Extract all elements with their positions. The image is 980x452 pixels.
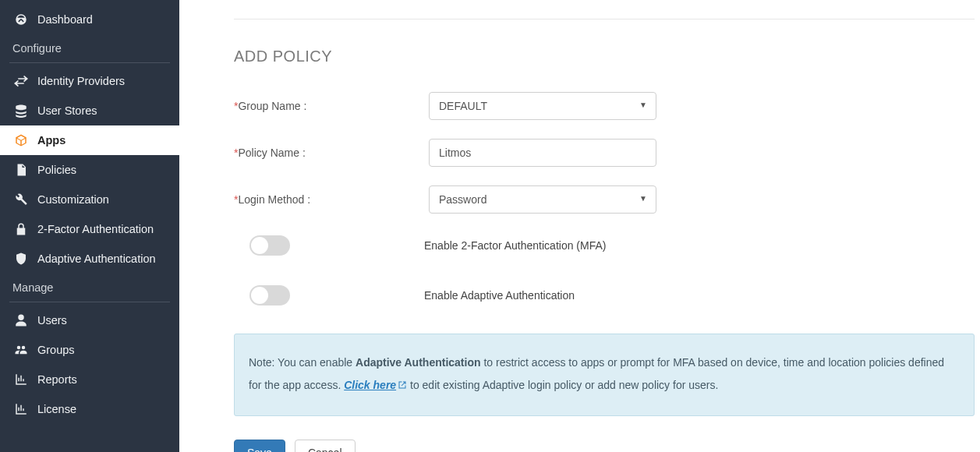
sidebar-item-label: License: [37, 403, 76, 415]
form-row-policy-name: *Policy Name :: [234, 139, 980, 167]
login-method-select-wrap: Password: [429, 185, 656, 214]
lock-icon: [12, 222, 30, 236]
sidebar-item-reports[interactable]: Reports: [0, 365, 179, 394]
sidebar-item-dashboard[interactable]: Dashboard: [0, 5, 179, 34]
group-name-select[interactable]: DEFAULT: [429, 92, 656, 120]
sidebar-item-label: Identity Providers: [37, 75, 125, 87]
sidebar-item-policies[interactable]: Policies: [0, 155, 179, 185]
sidebar-item-label: Users: [37, 314, 67, 327]
sidebar-item-apps[interactable]: Apps: [0, 125, 179, 155]
sidebar-item-label: Groups: [37, 344, 75, 356]
sidebar-item-label: User Stores: [37, 104, 97, 117]
doc-icon: [12, 163, 30, 177]
toggle-row-adaptive: Enable Adaptive Authentication: [249, 285, 980, 305]
toggle-row-mfa: Enable 2-Factor Authentication (MFA): [249, 235, 980, 256]
mfa-toggle[interactable]: [249, 235, 290, 256]
external-link-icon: [398, 375, 407, 397]
sidebar-divider: [9, 302, 170, 302]
toggle-knob: [251, 237, 268, 254]
top-divider: [234, 19, 975, 19]
form-row-login-method: *Login Method : Password: [234, 185, 980, 214]
cube-icon: [12, 133, 30, 147]
sidebar: Dashboard Configure Identity Providers U…: [0, 0, 179, 452]
mfa-toggle-label: Enable 2-Factor Authentication (MFA): [424, 239, 606, 252]
sidebar-item-customization[interactable]: Customization: [0, 185, 179, 214]
sidebar-divider: [9, 62, 170, 63]
form-row-group-name: *Group Name : DEFAULT: [234, 92, 980, 120]
wrench-icon: [12, 192, 30, 207]
dashboard-icon: [12, 12, 30, 26]
policy-name-label: *Policy Name :: [234, 147, 429, 159]
save-button[interactable]: Save: [234, 440, 285, 452]
sidebar-item-label: Reports: [37, 373, 77, 386]
user-icon: [12, 313, 30, 327]
note-text-prefix: Note: You can enable: [249, 356, 356, 369]
sidebar-item-label: Policies: [37, 164, 76, 176]
login-method-select[interactable]: Password: [429, 185, 656, 214]
sidebar-item-label: Dashboard: [37, 13, 93, 26]
button-row: Save Cancel: [234, 440, 980, 452]
sidebar-item-adaptive-auth[interactable]: Adaptive Authentication: [0, 244, 179, 274]
login-method-label: *Login Method :: [234, 193, 429, 206]
sidebar-item-label: Adaptive Authentication: [37, 252, 156, 265]
policy-name-input[interactable]: [429, 139, 656, 167]
sidebar-item-user-stores[interactable]: User Stores: [0, 96, 179, 125]
note-text-suffix: to edit existing Adaptive login policy o…: [407, 379, 718, 391]
cancel-button[interactable]: Cancel: [295, 440, 356, 452]
note-box: Note: You can enable Adaptive Authentica…: [234, 334, 975, 416]
shield-icon: [12, 252, 30, 266]
sidebar-item-license[interactable]: License: [0, 394, 179, 424]
group-name-label: *Group Name :: [234, 100, 429, 112]
sidebar-item-identity-providers[interactable]: Identity Providers: [0, 66, 179, 96]
sidebar-item-label: Customization: [37, 193, 109, 206]
sidebar-item-label: 2-Factor Authentication: [37, 223, 154, 235]
arrows-icon: [12, 74, 30, 88]
main-content: ADD POLICY *Group Name : DEFAULT *Policy…: [179, 0, 980, 452]
stack-icon: [12, 104, 30, 118]
adaptive-toggle[interactable]: [249, 285, 290, 305]
page-title: ADD POLICY: [234, 48, 980, 65]
adaptive-toggle-label: Enable Adaptive Authentication: [424, 289, 575, 302]
group-icon: [12, 343, 30, 357]
toggle-knob: [251, 287, 268, 304]
sidebar-item-label: Apps: [37, 134, 65, 147]
chart-icon: [12, 373, 30, 387]
group-name-select-wrap: DEFAULT: [429, 92, 656, 120]
sidebar-item-groups[interactable]: Groups: [0, 335, 179, 365]
note-text-bold: Adaptive Authentication: [356, 356, 481, 369]
chart-icon: [12, 402, 30, 416]
note-click-here-link[interactable]: Click here: [344, 379, 407, 391]
sidebar-item-2fa[interactable]: 2-Factor Authentication: [0, 214, 179, 244]
sidebar-item-users[interactable]: Users: [0, 305, 179, 335]
sidebar-section-manage: Manage: [0, 274, 179, 298]
sidebar-section-configure: Configure: [0, 34, 179, 59]
